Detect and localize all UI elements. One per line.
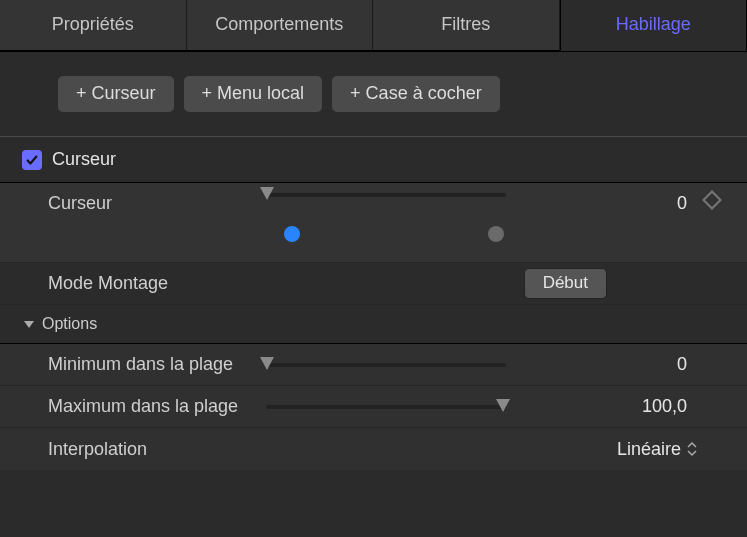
row-interpolation: Interpolation Linéaire — [0, 428, 747, 470]
mode-montage-label: Mode Montage — [48, 273, 266, 294]
range-start-handle[interactable] — [284, 226, 300, 242]
checkmark-icon — [25, 153, 39, 167]
options-disclosure[interactable]: Options — [0, 305, 747, 344]
tab-comportements[interactable]: Comportements — [187, 0, 374, 51]
add-menu-local-button[interactable]: + Menu local — [184, 76, 323, 112]
interpolation-popup[interactable]: Linéaire — [617, 439, 697, 460]
tab-bar: Propriétés Comportements Filtres Habilla… — [0, 0, 747, 52]
add-buttons-row: + Curseur + Menu local + Case à cocher — [0, 52, 747, 137]
row-max-range: Maximum dans la plage 100,0 — [0, 386, 747, 428]
section-title: Curseur — [52, 149, 116, 170]
parameter-rows: Curseur 0 Mode Montage Début — [0, 183, 747, 470]
min-range-slider[interactable] — [266, 363, 506, 367]
options-label: Options — [42, 315, 97, 333]
add-case-a-cocher-button[interactable]: + Case à cocher — [332, 76, 500, 112]
row-min-range: Minimum dans la plage 0 — [0, 344, 747, 386]
max-range-label: Maximum dans la plage — [48, 396, 266, 417]
add-curseur-button[interactable]: + Curseur — [58, 76, 174, 112]
tab-habillage[interactable]: Habillage — [560, 0, 748, 51]
disclosure-triangle-icon — [22, 317, 36, 331]
section-checkbox[interactable] — [22, 150, 42, 170]
section-header: Curseur — [0, 137, 747, 183]
curseur-value[interactable]: 0 — [587, 193, 697, 214]
curseur-label: Curseur — [48, 193, 266, 214]
min-range-value[interactable]: 0 — [587, 354, 697, 375]
inspector-panel: Propriétés Comportements Filtres Habilla… — [0, 0, 747, 537]
min-range-label: Minimum dans la plage — [48, 354, 266, 375]
max-range-value[interactable]: 100,0 — [587, 396, 697, 417]
curseur-range-indicator[interactable] — [266, 233, 506, 235]
row-curseur: Curseur 0 — [0, 183, 747, 263]
curseur-slider[interactable] — [266, 193, 506, 197]
tab-proprietes[interactable]: Propriétés — [0, 0, 187, 51]
max-range-slider[interactable] — [266, 405, 506, 409]
keyframe-icon[interactable] — [702, 190, 722, 210]
interpolation-label: Interpolation — [48, 439, 266, 460]
interpolation-value: Linéaire — [617, 439, 681, 460]
tab-filtres[interactable]: Filtres — [373, 0, 560, 51]
mode-montage-button[interactable]: Début — [524, 268, 607, 299]
range-end-handle[interactable] — [488, 226, 504, 242]
popup-carets-icon — [687, 441, 697, 457]
row-mode-montage: Mode Montage Début — [0, 263, 747, 305]
slider-thumb-icon[interactable] — [494, 397, 512, 415]
slider-thumb-icon[interactable] — [258, 185, 276, 203]
slider-thumb-icon[interactable] — [258, 355, 276, 373]
